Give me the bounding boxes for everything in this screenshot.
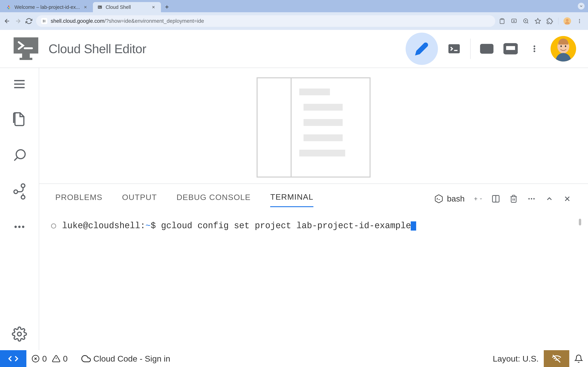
more-views-button[interactable] bbox=[12, 219, 27, 234]
svg-point-27 bbox=[16, 150, 25, 159]
tab-overflow-button[interactable] bbox=[578, 3, 585, 9]
svg-point-28 bbox=[21, 184, 25, 187]
status-plugin-button[interactable] bbox=[544, 350, 569, 367]
more-actions-button[interactable] bbox=[527, 194, 536, 203]
shell-header: Cloud Shell Editor bbox=[0, 30, 588, 68]
svg-point-30 bbox=[21, 195, 25, 199]
svg-point-17 bbox=[486, 48, 487, 50]
terminal-shell-name: bash bbox=[447, 194, 465, 203]
errors-indicator[interactable]: 0 bbox=[26, 354, 52, 363]
svg-point-29 bbox=[14, 190, 17, 193]
svg-rect-19 bbox=[505, 50, 517, 53]
svg-point-2 bbox=[43, 22, 43, 22]
notifications-button[interactable] bbox=[569, 350, 588, 367]
tab-output[interactable]: OUTPUT bbox=[122, 191, 157, 207]
editor-mode-button[interactable] bbox=[406, 33, 438, 65]
address-bar: shell.cloud.google.com/?show=ide&environ… bbox=[0, 12, 588, 30]
bottom-panel: PROBLEMS OUTPUT DEBUG CONSOLE TERMINAL b… bbox=[39, 184, 588, 350]
remote-button[interactable] bbox=[0, 350, 26, 367]
source-control-button[interactable] bbox=[12, 184, 27, 199]
back-button[interactable] bbox=[3, 17, 11, 25]
search-button[interactable] bbox=[12, 148, 27, 163]
preview-button[interactable] bbox=[479, 41, 494, 56]
svg-point-22 bbox=[534, 50, 535, 52]
more-menu-icon[interactable] bbox=[576, 18, 583, 25]
svg-rect-12 bbox=[22, 53, 30, 58]
split-terminal-button[interactable] bbox=[491, 194, 500, 203]
activity-bar bbox=[0, 68, 39, 350]
svg-point-7 bbox=[566, 19, 569, 22]
svg-point-25 bbox=[561, 45, 562, 47]
terminal-mode-button[interactable] bbox=[446, 41, 462, 56]
browser-tab-bar: Welcome – lab-project-id-ex... Cloud She… bbox=[0, 0, 588, 12]
errors-count: 0 bbox=[42, 354, 47, 363]
cloud-code-label: Cloud Code - Sign in bbox=[93, 354, 170, 363]
site-info-icon[interactable] bbox=[41, 18, 47, 24]
open-window-button[interactable] bbox=[503, 41, 518, 56]
menu-button[interactable] bbox=[12, 76, 27, 92]
cloud-shell-logo-icon bbox=[14, 37, 38, 60]
forward-button[interactable] bbox=[14, 17, 22, 25]
editor-area[interactable] bbox=[39, 68, 588, 184]
terminal-prompt: luke@cloudshell:~$ gcloud config set pro… bbox=[62, 219, 416, 233]
shell-favicon-icon bbox=[97, 4, 103, 10]
svg-rect-13 bbox=[20, 58, 32, 60]
editor-placeholder-icon bbox=[257, 77, 371, 178]
close-icon[interactable] bbox=[83, 5, 88, 9]
layout-label: Layout: U.S. bbox=[493, 354, 539, 363]
terminal-body[interactable]: luke@cloudshell:~$ gcloud config set pro… bbox=[39, 209, 588, 350]
new-terminal-button[interactable] bbox=[473, 194, 483, 203]
tab-title: Cloud Shell bbox=[106, 4, 148, 10]
install-icon[interactable] bbox=[510, 18, 517, 25]
keyboard-layout[interactable]: Layout: U.S. bbox=[488, 354, 544, 363]
main-content: PROBLEMS OUTPUT DEBUG CONSOLE TERMINAL b… bbox=[0, 68, 588, 350]
svg-point-21 bbox=[534, 48, 535, 50]
svg-point-38 bbox=[533, 198, 535, 199]
svg-rect-3 bbox=[501, 18, 503, 19]
svg-rect-0 bbox=[98, 6, 102, 9]
bookmark-star-icon[interactable] bbox=[534, 18, 541, 25]
terminal-status-icon bbox=[51, 223, 56, 228]
reload-button[interactable] bbox=[25, 17, 33, 25]
svg-point-36 bbox=[528, 198, 530, 199]
warnings-count: 0 bbox=[63, 354, 68, 363]
tab-terminal[interactable]: TERMINAL bbox=[270, 191, 313, 207]
new-tab-button[interactable] bbox=[164, 4, 170, 10]
page-title: Cloud Shell Editor bbox=[49, 42, 146, 56]
cursor bbox=[411, 221, 416, 231]
clipboard-icon[interactable] bbox=[499, 18, 505, 25]
scrollbar[interactable] bbox=[579, 219, 581, 225]
svg-point-31 bbox=[15, 226, 17, 228]
svg-point-10 bbox=[579, 22, 580, 23]
svg-point-26 bbox=[565, 45, 566, 47]
svg-point-9 bbox=[579, 21, 580, 21]
more-options-button[interactable] bbox=[527, 41, 542, 56]
svg-point-37 bbox=[531, 198, 532, 199]
tab-title: Welcome – lab-project-id-ex... bbox=[15, 4, 80, 10]
kill-terminal-button[interactable] bbox=[509, 194, 518, 203]
svg-rect-14 bbox=[449, 44, 460, 53]
browser-tab-active[interactable]: Cloud Shell bbox=[93, 2, 161, 12]
zoom-icon[interactable] bbox=[522, 18, 529, 25]
tab-problems[interactable]: PROBLEMS bbox=[55, 191, 103, 207]
svg-point-32 bbox=[18, 226, 21, 228]
extensions-icon[interactable] bbox=[546, 18, 553, 25]
svg-point-20 bbox=[534, 45, 535, 47]
close-icon[interactable] bbox=[151, 5, 156, 9]
settings-gear-button[interactable] bbox=[12, 326, 27, 342]
profile-avatar[interactable] bbox=[563, 17, 571, 25]
tab-debug-console[interactable]: DEBUG CONSOLE bbox=[176, 191, 251, 207]
cloud-code-signin[interactable]: Cloud Code - Sign in bbox=[73, 354, 175, 363]
url-input[interactable]: shell.cloud.google.com/?show=ide&environ… bbox=[36, 15, 495, 27]
close-panel-button[interactable] bbox=[562, 194, 572, 203]
warnings-indicator[interactable]: 0 bbox=[52, 354, 73, 363]
divider bbox=[470, 39, 471, 59]
user-avatar[interactable] bbox=[551, 36, 576, 61]
maximize-panel-button[interactable] bbox=[545, 194, 554, 203]
terminal-profile[interactable]: bash bbox=[434, 194, 465, 204]
svg-point-1 bbox=[43, 20, 43, 21]
explorer-button[interactable] bbox=[12, 112, 27, 127]
browser-tab[interactable]: Welcome – lab-project-id-ex... bbox=[2, 2, 93, 12]
url-text: shell.cloud.google.com/?show=ide&environ… bbox=[51, 18, 204, 24]
panel-tabs: PROBLEMS OUTPUT DEBUG CONSOLE TERMINAL b… bbox=[39, 184, 588, 209]
